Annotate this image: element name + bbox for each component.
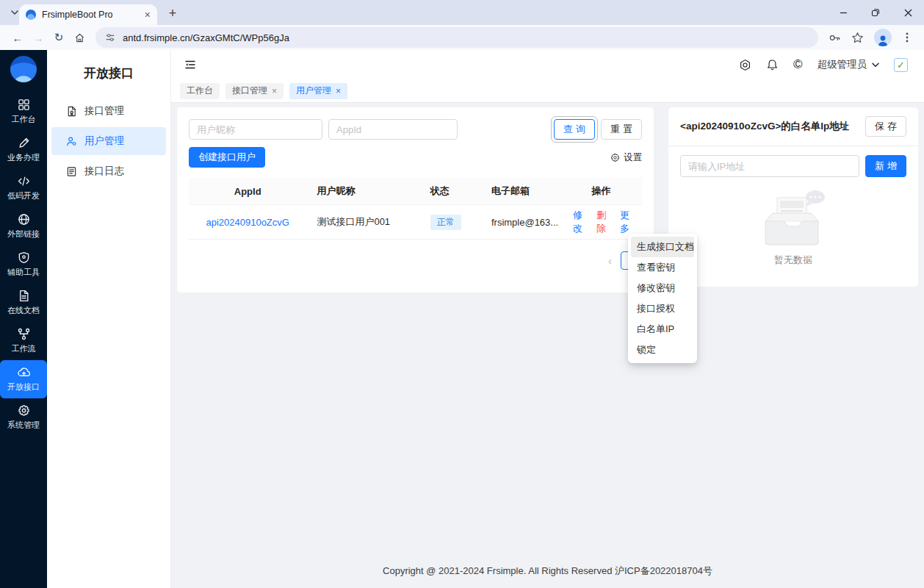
page-tab-label: 用户管理 — [296, 85, 331, 97]
pagination: ‹ 1 — [189, 251, 642, 270]
window-controls — [827, 0, 924, 25]
col-email: 电子邮箱 — [481, 184, 560, 198]
rail-item-workflow[interactable]: 工作流 — [0, 322, 47, 360]
app-header: © 超级管理员 ✓ — [171, 50, 924, 79]
appid-input[interactable] — [328, 119, 458, 140]
divider — [668, 146, 918, 146]
bookmark-star-icon[interactable] — [851, 32, 864, 44]
submenu-item-api-manage[interactable]: 接口管理 — [51, 97, 166, 125]
submenu-item-label: 用户管理 — [84, 135, 124, 148]
user-name: 超级管理员 — [817, 58, 867, 71]
menu-item-api-auth[interactable]: 接口授权 — [631, 298, 694, 319]
delete-link[interactable]: 删除 — [594, 209, 608, 235]
submenu-item-api-log[interactable]: 接口日志 — [51, 157, 166, 185]
prev-page-icon[interactable]: ‹ — [608, 254, 612, 267]
col-appid: AppId — [189, 186, 306, 197]
chevron-down-icon — [872, 62, 879, 68]
table-header: AppId 用户昵称 状态 电子邮箱 操作 — [189, 178, 642, 204]
password-key-icon[interactable] — [829, 32, 841, 44]
empty-text: 暂无数据 — [774, 254, 812, 267]
browser-tab-title: FrsimpleBoot Pro — [42, 10, 139, 20]
menu-item-lock[interactable]: 锁定 — [631, 340, 694, 360]
whitelist-title: <api20240910oZcvG>的白名单Ip地址 — [680, 120, 849, 133]
tab-close-icon[interactable]: × — [272, 86, 277, 96]
query-button[interactable]: 查询 — [554, 119, 595, 140]
rail-item-tools[interactable]: 辅助工具 — [0, 245, 47, 284]
site-favicon — [26, 10, 36, 20]
reload-icon[interactable]: ↻ — [48, 27, 69, 48]
save-button[interactable]: 保存 — [865, 116, 906, 137]
col-nickname: 用户昵称 — [306, 184, 419, 198]
bell-icon[interactable] — [766, 59, 779, 71]
toolbar-right — [824, 29, 917, 46]
back-icon[interactable]: ← — [7, 27, 28, 48]
code-icon — [18, 175, 30, 187]
page-tab-api-manage[interactable]: 接口管理 × — [225, 83, 284, 99]
table-settings-button[interactable]: 设置 — [610, 151, 642, 164]
submenu-item-label: 接口日志 — [84, 165, 124, 178]
extension-check-icon[interactable]: ✓ — [894, 58, 908, 72]
reset-button[interactable]: 重置 — [601, 119, 642, 140]
nickname-input[interactable] — [189, 119, 322, 140]
page-content: 查询 重置 创建接口用户 设置 AppId 用户昵称 状态 电子邮箱 — [171, 103, 924, 588]
primary-sidebar: 工作台 业务办理 低码开发 外部链接 辅助工具 在线文档 工作流 开放接口 系统… — [0, 50, 47, 588]
rail-item-label: 系统管理 — [7, 420, 40, 431]
url-bar[interactable]: antd.frsimple.cn/GzaxGMtC/WPp56gJa — [95, 27, 818, 48]
user-table-card: 查询 重置 创建接口用户 设置 AppId 用户昵称 状态 电子邮箱 — [177, 107, 654, 293]
home-icon[interactable] — [69, 27, 90, 48]
rail-item-business[interactable]: 业务办理 — [0, 131, 47, 169]
page-tabbar: 工作台 接口管理 × 用户管理 × — [171, 79, 924, 103]
more-link[interactable]: 更多 — [618, 209, 632, 235]
rail-item-workbench[interactable]: 工作台 — [0, 93, 47, 131]
menu-item-edit-secret[interactable]: 修改密钥 — [631, 278, 694, 298]
submenu-item-user-manage[interactable]: 用户管理 — [51, 127, 166, 155]
page-tab-workbench[interactable]: 工作台 — [180, 83, 220, 99]
gear-icon — [610, 153, 620, 162]
menu-item-view-secret[interactable]: 查看密钥 — [631, 257, 694, 278]
menu-item-whitelist-ip[interactable]: 白名单IP — [631, 319, 694, 340]
appid-link[interactable]: api20240910oZcvG — [206, 217, 289, 228]
edit-link[interactable]: 修改 — [571, 209, 585, 235]
page-tab-user-manage[interactable]: 用户管理 × — [289, 83, 347, 99]
menu-item-generate-doc[interactable]: 生成接口文档 — [631, 237, 694, 257]
col-actions: 操作 — [560, 184, 642, 198]
rail-item-label: 开放接口 — [7, 381, 40, 392]
rail-item-system[interactable]: 系统管理 — [0, 398, 47, 437]
profile-avatar[interactable] — [874, 29, 892, 46]
user-menu[interactable]: 超级管理员 — [817, 58, 880, 71]
copyright-icon[interactable]: © — [793, 57, 803, 72]
tab-close-icon[interactable]: × — [145, 10, 151, 20]
rail-item-open-api[interactable]: 开放接口 — [0, 360, 47, 398]
filter-row: 查询 重置 — [189, 119, 642, 140]
empty-box-icon — [755, 187, 831, 248]
minimize-icon[interactable] — [827, 0, 859, 25]
rail-item-label: 低码开发 — [7, 190, 40, 201]
browser-toolbar: ← → ↻ antd.frsimple.cn/GzaxGMtC/WPp56gJa — [0, 25, 924, 50]
cloud-icon — [18, 366, 30, 379]
browser-menu-icon[interactable] — [902, 32, 912, 43]
actions-row: 创建接口用户 设置 — [189, 147, 642, 168]
appstore-icon — [18, 98, 30, 111]
rail-item-external-links[interactable]: 外部链接 — [0, 207, 47, 245]
new-tab-button[interactable]: + — [163, 4, 182, 23]
forward-icon[interactable]: → — [28, 27, 48, 48]
email-cell: frsimple@163... — [481, 217, 560, 228]
rail-item-lowcode[interactable]: 低码开发 — [0, 169, 47, 207]
restore-icon[interactable] — [859, 0, 892, 25]
menu-fold-icon[interactable] — [184, 59, 196, 71]
browser-tabstrip: FrsimpleBoot Pro × + — [0, 0, 924, 25]
page-tab-label: 工作台 — [187, 85, 213, 97]
add-ip-button[interactable]: 新增 — [865, 155, 906, 177]
rail-item-docs[interactable]: 在线文档 — [0, 284, 47, 322]
browser-chrome: FrsimpleBoot Pro × + ← → ↻ antd.frsimple… — [0, 0, 924, 50]
site-settings-icon[interactable] — [105, 32, 115, 43]
header-actions: © 超级管理员 ✓ — [739, 57, 908, 72]
empty-state: 暂无数据 — [680, 187, 906, 267]
browser-tab[interactable]: FrsimpleBoot Pro × — [19, 4, 157, 25]
close-icon[interactable] — [892, 0, 924, 25]
tab-search-chevron-icon[interactable] — [7, 5, 22, 20]
ip-input[interactable] — [680, 155, 859, 177]
setting-icon[interactable] — [739, 59, 751, 71]
tab-close-icon[interactable]: × — [336, 86, 341, 96]
create-user-button[interactable]: 创建接口用户 — [189, 147, 265, 168]
